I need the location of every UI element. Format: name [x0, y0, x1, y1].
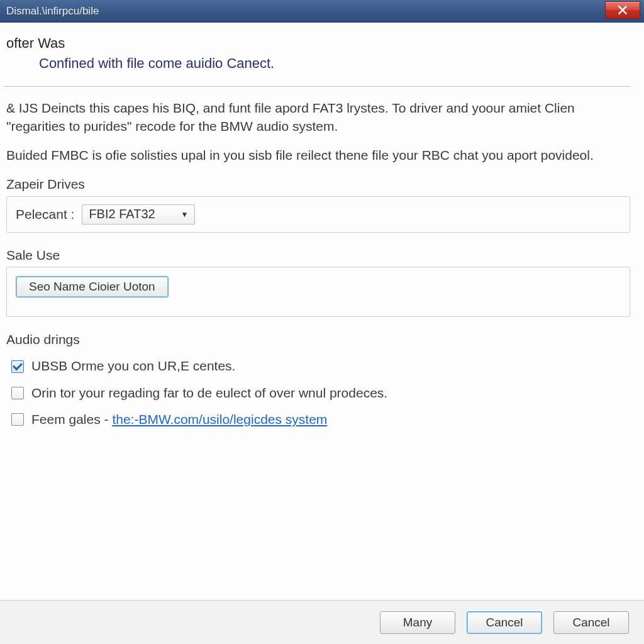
checkbox-audio-2[interactable] — [11, 387, 24, 399]
close-button[interactable] — [605, 1, 640, 19]
checkbox-audio-3[interactable] — [11, 413, 24, 426]
drives-combobox-value: FBI2 FAT32 — [89, 206, 155, 223]
audio-option-2[interactable]: Orin tor your regading far to de eulect … — [6, 384, 630, 402]
cancel-button-secondary[interactable]: Cancel — [553, 611, 629, 634]
audio-option-3[interactable]: Feem gales - the:-BMW.com/usilo/legicdes… — [6, 411, 630, 428]
audio-option-1-label: UBSB Orme you con UR,E centes. — [31, 357, 235, 375]
sale-use-group: Sale Use Seo Name Cioier Uoton — [4, 247, 630, 317]
drives-group-box: Pelecant : FBI2 FAT32 ▼ — [6, 196, 630, 233]
audio-option-2-label: Orin tor your regading far to de eulect … — [31, 384, 387, 402]
drives-combobox[interactable]: FBI2 FAT32 ▼ — [82, 204, 195, 225]
drives-group-label: Zapeir Drives — [6, 175, 630, 193]
many-button[interactable]: Many — [380, 611, 455, 634]
cancel-button-primary[interactable]: Cancel — [467, 611, 542, 634]
divider — [4, 86, 630, 87]
window-title: Dismal.\infirpcu/bile — [6, 5, 99, 18]
wizard-subtitle: Confined with file come auidio Canect. — [4, 54, 630, 73]
dialog-window: Dismal.\infirpcu/bile ofter Was Confined… — [0, 0, 644, 644]
cancel-button-secondary-label: Cancel — [572, 616, 609, 630]
close-icon — [618, 6, 627, 14]
many-button-label: Many — [403, 616, 432, 630]
audio-group: Audio drings UBSB Orme you con UR,E cent… — [4, 331, 630, 428]
audio-option-3-link[interactable]: the:-BMW.com/usilo/legicdes system — [112, 412, 327, 426]
titlebar[interactable]: Dismal.\infirpcu/bile — [0, 0, 644, 23]
wizard-heading: ofter Was — [4, 34, 630, 53]
dialog-content: ofter Was Confined with file come auidio… — [0, 23, 644, 600]
audio-option-3-prefix: Feem gales - — [31, 412, 112, 426]
checkbox-audio-1[interactable] — [11, 360, 24, 373]
audio-option-1[interactable]: UBSB Orme you con UR,E centes. — [6, 357, 630, 375]
chevron-down-icon: ▼ — [181, 209, 189, 219]
dialog-footer: Many Cancel Cancel — [0, 600, 644, 644]
sale-use-group-label: Sale Use — [6, 247, 630, 264]
drives-group: Zapeir Drives Pelecant : FBI2 FAT32 ▼ — [4, 175, 630, 232]
sale-use-group-box: Seo Name Cioier Uoton — [6, 267, 630, 317]
cancel-button-primary-label: Cancel — [486, 616, 523, 630]
description-paragraph-1: & IJS Deincts this capes his BIQ, and fu… — [4, 99, 630, 135]
description-paragraph-2: Buided FMBC is ofie solisties upal in yo… — [4, 147, 630, 164]
drives-field-row: Pelecant : FBI2 FAT32 ▼ — [16, 204, 621, 225]
seo-name-button[interactable]: Seo Name Cioier Uoton — [16, 276, 169, 297]
drives-field-label: Pelecant : — [16, 206, 74, 223]
seo-name-button-label: Seo Name Cioier Uoton — [29, 279, 155, 295]
audio-group-label: Audio drings — [6, 331, 630, 348]
